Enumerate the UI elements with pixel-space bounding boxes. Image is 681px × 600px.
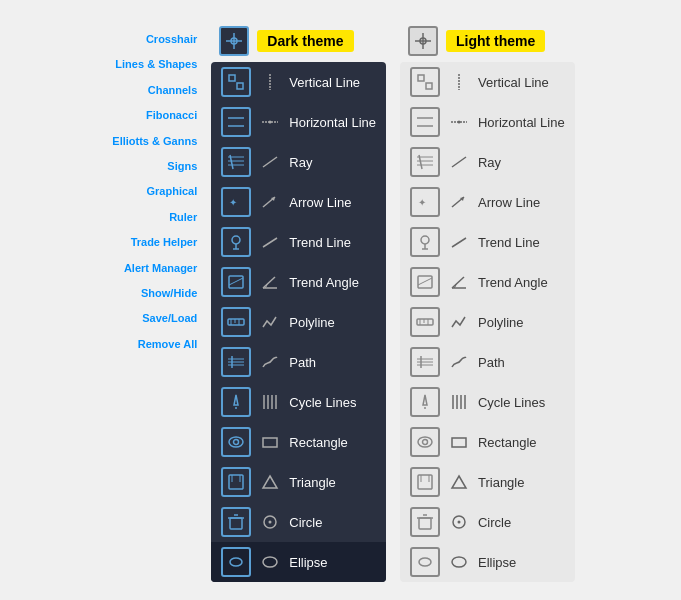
svg-point-18 <box>232 236 240 244</box>
light-icon-box-8 <box>410 387 440 417</box>
light-cycle-lines[interactable]: Cycle Lines <box>400 382 575 422</box>
polyline-icon <box>261 313 279 331</box>
dark-trend-line[interactable]: Trend Line <box>211 222 386 262</box>
dark-rectangle-label: Rectangle <box>289 435 376 450</box>
light-trend-angle-label: Trend Angle <box>478 275 565 290</box>
svg-line-25 <box>263 277 275 288</box>
svg-marker-45 <box>263 476 277 488</box>
dark-circle[interactable]: Circle <box>211 502 386 542</box>
light-circle[interactable]: Circle <box>400 502 575 542</box>
light-trend-line[interactable]: Trend Line <box>400 222 575 262</box>
sidebar-item-trade-helper[interactable]: Trade Helper <box>106 231 203 254</box>
svg-text:✦: ✦ <box>418 197 426 208</box>
dark-horizontal-line[interactable]: Horizontal Line <box>211 102 386 142</box>
dark-horizontal-line-label: Horizontal Line <box>289 115 376 130</box>
trade-helper-icon <box>227 353 245 371</box>
lines-shapes-icon <box>227 73 245 91</box>
light-icon-box-6 <box>410 307 440 337</box>
sidebar-item-ruler[interactable]: Ruler <box>106 206 203 229</box>
light-polyline[interactable]: Polyline <box>400 302 575 342</box>
dark-path[interactable]: Path <box>211 342 386 382</box>
sidebar-item-fibonacci[interactable]: Fibonacci <box>106 104 203 127</box>
light-triangle-icon <box>450 473 468 491</box>
dark-vertical-line[interactable]: Vertical Line <box>211 62 386 102</box>
dark-crosshair-icon-box <box>219 26 249 56</box>
sidebar-item-alert-manager[interactable]: Alert Manager <box>106 257 203 280</box>
dark-rectangle[interactable]: Rectangle <box>211 422 386 462</box>
svg-point-39 <box>229 437 243 447</box>
sidebar-item-show-hide[interactable]: Show/Hide <box>106 282 203 305</box>
light-fib-icon <box>416 153 434 171</box>
svg-point-9 <box>269 121 272 124</box>
light-path-label: Path <box>478 355 565 370</box>
sidebar-item-graphical[interactable]: Graphical <box>106 180 203 203</box>
light-icon-box-1 <box>410 107 440 137</box>
sidebar-item-crosshair[interactable]: Crosshair <box>106 28 203 51</box>
svg-point-93 <box>422 440 427 445</box>
vertical-line-icon <box>261 73 279 91</box>
light-icon-box-12 <box>410 547 440 577</box>
dark-arrow-line[interactable]: ✦ Arrow Line <box>211 182 386 222</box>
sidebar-item-elliotts-ganns[interactable]: Elliotts & Ganns <box>106 130 203 153</box>
dark-circle-label: Circle <box>289 515 376 530</box>
light-vertical-line[interactable]: Vertical Line <box>400 62 575 102</box>
light-arrow-line[interactable]: ✦ Arrow Line <box>400 182 575 222</box>
svg-rect-79 <box>417 319 433 325</box>
dark-triangle[interactable]: Triangle <box>211 462 386 502</box>
sidebar-item-remove-all[interactable]: Remove All <box>106 333 203 356</box>
light-icon-box-0 <box>410 67 440 97</box>
dark-polyline[interactable]: Polyline <box>211 302 386 342</box>
light-horizontal-line[interactable]: Horizontal Line <box>400 102 575 142</box>
light-ellipse-box-icon <box>416 553 434 571</box>
light-cycle-lines-icon <box>450 393 468 411</box>
sidebar-item-signs[interactable]: Signs <box>106 155 203 178</box>
ruler-icon <box>227 313 245 331</box>
light-trend-angle[interactable]: Trend Angle <box>400 262 575 302</box>
dark-ray[interactable]: Ray <box>211 142 386 182</box>
dark-triangle-label: Triangle <box>289 475 376 490</box>
dark-ellipse-icon-box <box>221 547 251 577</box>
dark-theme-panel: Dark theme <box>211 20 386 582</box>
light-ray-label: Ray <box>478 155 565 170</box>
light-eye-icon <box>416 433 434 451</box>
light-theme-panel: Light theme <box>400 20 575 582</box>
light-tool-list: Vertical Line <box>400 62 575 582</box>
sidebar-item-lines-shapes[interactable]: Lines & Shapes <box>106 53 203 76</box>
light-ray-icon <box>450 153 468 171</box>
light-theme-title: Light theme <box>446 30 545 52</box>
light-trend-angle-icon <box>450 273 468 291</box>
trash-icon <box>227 513 245 531</box>
light-ellipse[interactable]: Ellipse <box>400 542 575 582</box>
light-horizontal-line-label: Horizontal Line <box>478 115 565 130</box>
svg-rect-41 <box>263 438 277 447</box>
svg-point-51 <box>230 558 242 566</box>
svg-point-104 <box>419 558 431 566</box>
sidebar-item-channels[interactable]: Channels <box>106 79 203 102</box>
light-icon-box-10 <box>410 467 440 497</box>
sidebar-item-save-load[interactable]: Save/Load <box>106 307 203 330</box>
dark-alert-icon-box <box>221 387 251 417</box>
dark-ellipse[interactable]: Ellipse <box>211 542 386 582</box>
arrow-line-icon <box>261 193 279 211</box>
dark-tool-list: Vertical Line <box>211 62 386 582</box>
svg-line-67 <box>452 157 466 167</box>
trend-angle-icon <box>261 273 279 291</box>
light-icon-box-9 <box>410 427 440 457</box>
svg-text:✦: ✦ <box>229 197 237 208</box>
light-path[interactable]: Path <box>400 342 575 382</box>
light-ell-icon: ✦ <box>416 193 434 211</box>
light-trend-line-icon <box>450 233 468 251</box>
svg-point-52 <box>263 557 277 567</box>
svg-rect-42 <box>229 475 243 489</box>
light-ray[interactable]: Ray <box>400 142 575 182</box>
light-rectangle[interactable]: Rectangle <box>400 422 575 462</box>
dark-trend-angle-label: Trend Angle <box>289 275 376 290</box>
light-rectangle-icon <box>450 433 468 451</box>
dark-trend-angle[interactable]: Trend Angle <box>211 262 386 302</box>
light-circle-label: Circle <box>478 515 565 530</box>
dark-ray-label: Ray <box>289 155 376 170</box>
light-triangle[interactable]: Triangle <box>400 462 575 502</box>
cycle-lines-icon <box>261 393 279 411</box>
channels-icon <box>227 113 245 131</box>
dark-cycle-lines[interactable]: Cycle Lines <box>211 382 386 422</box>
